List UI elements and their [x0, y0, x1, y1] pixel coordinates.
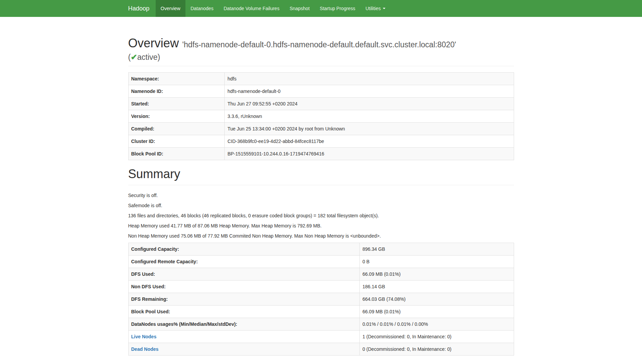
namenode-address: 'hdfs-namenode-default-0.hdfs-namenode-d… — [182, 40, 456, 49]
check-icon: ✔ — [131, 53, 137, 62]
info-value: Tue Jun 25 13:34:00 +0200 2024 by root f… — [225, 122, 514, 135]
table-row: Version: 3.3.6, rUnknown — [128, 110, 514, 122]
nav-item-label: Utilities — [366, 6, 381, 11]
table-row: Block Pool ID: BP-1515559101-10.244.0.16… — [128, 147, 514, 160]
table-row: Configured Capacity: 896.34 GB — [128, 243, 514, 256]
nav-item-label: Snapshot — [290, 6, 310, 11]
info-label: Namespace: — [128, 72, 225, 85]
nav-item-label: Datanode Volume Failures — [224, 6, 280, 11]
table-row: DataNodes usages% (Min/Median/Max/stdDev… — [128, 318, 514, 331]
summary-value: 0 (Decommissioned: 0, In Maintenance: 0) — [359, 343, 514, 356]
table-row: Compiled: Tue Jun 25 13:34:00 +0200 2024… — [128, 122, 514, 135]
summary-value: 186.14 GB — [359, 281, 514, 293]
main-content: Overview 'hdfs-namenode-default-0.hdfs-n… — [123, 36, 519, 356]
page-title: Overview 'hdfs-namenode-default-0.hdfs-n… — [128, 36, 514, 62]
info-label: Namenode ID: — [128, 85, 225, 97]
summary-label: DFS Used: — [128, 268, 359, 281]
caret-down-icon — [383, 8, 385, 9]
table-row: Dead Nodes 0 (Decommissioned: 0, In Main… — [128, 343, 514, 356]
info-value: 3.3.6, rUnknown — [225, 110, 514, 122]
summary-label: Dead Nodes — [128, 343, 359, 356]
page-header: Overview 'hdfs-namenode-default-0.hdfs-n… — [128, 36, 514, 66]
summary-value: 66.09 MB (0.01%) — [359, 306, 514, 318]
summary-value: 896.34 GB — [359, 243, 514, 256]
summary-value: 66.09 MB (0.01%) — [359, 268, 514, 281]
live-nodes-link[interactable]: Live Nodes — [131, 334, 157, 339]
summary-table: Configured Capacity: 896.34 GB Configure… — [128, 243, 514, 356]
summary-label: Non DFS Used: — [128, 281, 359, 293]
summary-value: 664.03 GB (74.08%) — [359, 293, 514, 306]
summary-value: 1 (Decommissioned: 0, In Maintenance: 0) — [359, 331, 514, 343]
summary-label: DFS Remaining: — [128, 293, 359, 306]
info-label: Version: — [128, 110, 225, 122]
safemode-status: Safemode is off. — [128, 202, 514, 209]
heap-memory: Heap Memory used 41.77 MB of 87.06 MB He… — [128, 222, 514, 229]
nav-menu: Overview Datanodes Datanode Volume Failu… — [156, 0, 391, 17]
summary-label: Configured Remote Capacity: — [128, 256, 359, 268]
table-row: Non DFS Used: 186.14 GB — [128, 281, 514, 293]
page-title-text: Overview — [128, 36, 179, 50]
summary-label: DataNodes usages% (Min/Median/Max/stdDev… — [128, 318, 359, 331]
namenode-status: (✔active) — [128, 53, 514, 62]
nav-item-snapshot[interactable]: Snapshot — [285, 0, 315, 17]
nav-item-overview[interactable]: Overview — [156, 0, 185, 17]
table-row: Cluster ID: CID-368b9fc0-ee19-4d22-abbd-… — [128, 135, 514, 147]
table-row: Namespace: hdfs — [128, 72, 514, 85]
status-text: active — [137, 53, 157, 62]
nav-item-label: Datanodes — [191, 6, 214, 11]
nav-item-datanodes[interactable]: Datanodes — [185, 0, 219, 17]
info-value: hdfs-namenode-default-0 — [225, 85, 514, 97]
table-row: DFS Remaining: 664.03 GB (74.08%) — [128, 293, 514, 306]
info-value: BP-1515559101-10.244.0.16-1719474769416 — [225, 147, 514, 160]
summary-label: Live Nodes — [128, 331, 359, 343]
info-value: hdfs — [225, 72, 514, 85]
table-row: Namenode ID: hdfs-namenode-default-0 — [128, 85, 514, 97]
info-label: Started: — [128, 97, 225, 110]
summary-label: Block Pool Used: — [128, 306, 359, 318]
table-row: Started: Thu Jun 27 09:52:55 +0200 2024 — [128, 97, 514, 110]
table-row: DFS Used: 66.09 MB (0.01%) — [128, 268, 514, 281]
summary-label: Configured Capacity: — [128, 243, 359, 256]
table-row: Live Nodes 1 (Decommissioned: 0, In Main… — [128, 331, 514, 343]
nav-item-label: Overview — [161, 6, 180, 11]
filesystem-objects: 136 files and directories, 46 blocks (46… — [128, 212, 514, 219]
brand-hadoop[interactable]: Hadoop — [128, 0, 156, 17]
info-value: Thu Jun 27 09:52:55 +0200 2024 — [225, 97, 514, 110]
info-label: Block Pool ID: — [128, 147, 225, 160]
security-status: Security is off. — [128, 192, 514, 199]
info-value: CID-368b9fc0-ee19-4d22-abbd-84fcec8117be — [225, 135, 514, 147]
table-row: Block Pool Used: 66.09 MB (0.01%) — [128, 306, 514, 318]
summary-value: 0.01% / 0.01% / 0.01% / 0.00% — [359, 318, 514, 331]
summary-title: Summary — [128, 167, 514, 181]
navbar: Hadoop Overview Datanodes Datanode Volum… — [0, 0, 642, 17]
info-label: Cluster ID: — [128, 135, 225, 147]
nav-item-startup-progress[interactable]: Startup Progress — [315, 0, 360, 17]
status-close-paren: ) — [158, 53, 160, 62]
summary-value: 0 B — [359, 256, 514, 268]
navbar-inner: Hadoop Overview Datanodes Datanode Volum… — [123, 0, 519, 17]
namenode-info-table: Namespace: hdfs Namenode ID: hdfs-nameno… — [128, 72, 514, 160]
nav-item-datanode-volume-failures[interactable]: Datanode Volume Failures — [219, 0, 285, 17]
non-heap-memory: Non Heap Memory used 75.06 MB of 77.92 M… — [128, 233, 514, 239]
info-label: Compiled: — [128, 122, 225, 135]
summary-header: Summary — [128, 167, 514, 185]
table-row: Configured Remote Capacity: 0 B — [128, 256, 514, 268]
nav-item-label: Startup Progress — [320, 6, 355, 11]
dead-nodes-link[interactable]: Dead Nodes — [131, 346, 159, 352]
nav-item-utilities[interactable]: Utilities — [360, 0, 391, 17]
